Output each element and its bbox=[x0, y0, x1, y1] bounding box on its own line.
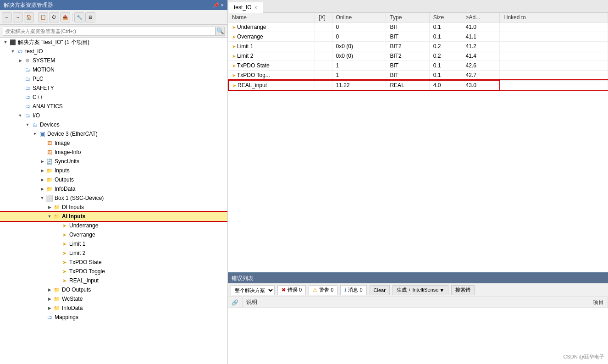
expander-solution[interactable]: ▼ bbox=[2, 39, 9, 46]
tree-label-syncunits: SyncUnits bbox=[55, 158, 79, 165]
tree-item-device3[interactable]: ▼ ▣ Device 3 (EtherCAT) bbox=[0, 129, 227, 138]
col-x[interactable]: [X] bbox=[315, 13, 332, 22]
tree-label-outputs: Outputs bbox=[55, 176, 74, 183]
search-button[interactable]: 🔍 bbox=[216, 27, 225, 36]
generate-dropdown-icon[interactable]: ▼ bbox=[439, 287, 444, 293]
tree-item-cpp[interactable]: 🗂 C++ bbox=[0, 93, 227, 102]
tree-item-txpdo-toggle[interactable]: ➤ TxPDO Toggle bbox=[0, 267, 227, 276]
expander-mappings bbox=[39, 314, 46, 321]
tree-item-outputs[interactable]: ▶ 📁 Outputs bbox=[0, 175, 227, 184]
main-tab[interactable]: test_IO × bbox=[228, 2, 263, 13]
export-button[interactable]: 📤 bbox=[60, 12, 70, 22]
expander-di-inputs[interactable]: ▶ bbox=[46, 204, 53, 211]
close-icon[interactable]: × bbox=[221, 2, 224, 8]
collapse-button[interactable]: ⊟ bbox=[85, 12, 95, 22]
tree-item-infodata[interactable]: ▶ 📁 InfoData bbox=[0, 184, 227, 193]
tree-item-overrange[interactable]: ➤ Overrange bbox=[0, 230, 227, 239]
error-col-project[interactable]: 项目 bbox=[589, 297, 608, 308]
forward-button[interactable]: → bbox=[13, 12, 23, 22]
expander-do-outputs[interactable]: ▶ bbox=[46, 286, 53, 293]
expander-ai-inputs[interactable]: ▼ bbox=[46, 213, 53, 220]
col-linked[interactable]: Linked to bbox=[500, 13, 608, 22]
cell-x bbox=[315, 71, 332, 81]
col-name[interactable]: Name bbox=[228, 13, 315, 22]
cell-addr: 41.4 bbox=[462, 51, 500, 61]
mappings-icon: 🗂 bbox=[46, 314, 53, 321]
table-row[interactable]: ➤Overrange 0 BIT 0.1 41.1 bbox=[228, 32, 608, 42]
home-button[interactable]: 🏠 bbox=[24, 12, 34, 22]
tree-item-imageinfo[interactable]: 🖼 Image-Info bbox=[0, 148, 227, 157]
tree-item-motion[interactable]: 🗂 MOTION bbox=[0, 65, 227, 74]
error-col-desc[interactable]: 说明 bbox=[243, 297, 589, 308]
expander-devices[interactable]: ▼ bbox=[24, 121, 31, 128]
search-input[interactable] bbox=[3, 27, 216, 36]
tree-item-real-input[interactable]: ➤ REAL_input bbox=[0, 276, 227, 285]
tree-item-image[interactable]: 🖼 Image bbox=[0, 138, 227, 148]
tree-item-limit1[interactable]: ➤ Limit 1 bbox=[0, 239, 227, 248]
tree-item-do-outputs[interactable]: ▶ 📁 DO Outputs bbox=[0, 285, 227, 294]
info-icon: ℹ bbox=[344, 287, 346, 293]
back-button[interactable]: ← bbox=[2, 12, 12, 22]
generate-label: 生成 + IntelliSense bbox=[397, 287, 438, 293]
expander-test-io[interactable]: ▼ bbox=[9, 48, 17, 55]
tree-item-underrange[interactable]: ➤ Underrange bbox=[0, 221, 227, 230]
tree-item-solution[interactable]: ▼ ⬛ 解决方案 "test_IO" (1 个项目) bbox=[0, 38, 227, 47]
expander-device3[interactable]: ▼ bbox=[31, 130, 39, 138]
table-row[interactable]: ➤Limit 2 0x0 (0) BIT2 0.2 41.4 bbox=[228, 51, 608, 61]
tab-close-button[interactable]: × bbox=[254, 5, 257, 10]
tree-item-limit2[interactable]: ➤ Limit 2 bbox=[0, 248, 227, 258]
settings-button[interactable]: 🔧 bbox=[74, 12, 84, 22]
tree-item-di-inputs[interactable]: ▶ 📁 DI Inputs bbox=[0, 203, 227, 212]
cell-type: BIT bbox=[386, 61, 429, 71]
expander-outputs[interactable]: ▶ bbox=[39, 176, 46, 183]
info-count-badge[interactable]: ℹ 消息 0 bbox=[340, 285, 366, 295]
expander-wcstate[interactable]: ▶ bbox=[46, 295, 53, 303]
col-type[interactable]: Type bbox=[386, 13, 429, 22]
expander-box1[interactable]: ▼ bbox=[39, 194, 46, 202]
tree-container[interactable]: ▼ ⬛ 解决方案 "test_IO" (1 个项目) ▼ 🗂 test_IO ▶… bbox=[0, 38, 227, 364]
tree-label-wcstate: WcState bbox=[62, 296, 83, 302]
table-row[interactable]: ➤TxPDO Tog... 1 BIT 0.1 42.7 bbox=[228, 71, 608, 81]
tree-item-ai-inputs[interactable]: ▼ 📁 AI Inputs bbox=[0, 212, 227, 221]
tree-item-test-io[interactable]: ▼ 🗂 test_IO bbox=[0, 47, 227, 56]
col-addr[interactable]: >Ad... bbox=[462, 13, 500, 22]
tree-label-limit1: Limit 1 bbox=[69, 241, 85, 247]
tree-item-system[interactable]: ▶ ⚙ SYSTEM bbox=[0, 56, 227, 65]
table-row[interactable]: ➤TxPDO State 1 BIT 0.1 42.6 bbox=[228, 61, 608, 71]
tree-item-wcstate[interactable]: ▶ 📁 WcState bbox=[0, 294, 227, 303]
error-count-badge[interactable]: ✖ 错误 0 bbox=[277, 285, 306, 295]
expander-infodata2[interactable]: ▶ bbox=[46, 304, 53, 312]
copy-button[interactable]: 📋 bbox=[38, 12, 48, 22]
tree-item-plc[interactable]: 🗂 PLC bbox=[0, 74, 227, 83]
table-row-highlighted[interactable]: ➤REAL_input 11.22 REAL 4.0 43.0 bbox=[228, 80, 608, 90]
tree-item-safety[interactable]: 🗂 SAFETY bbox=[0, 83, 227, 93]
clear-button[interactable]: Clear bbox=[370, 285, 390, 295]
tree-item-syncunits[interactable]: ▶ 🔄 SyncUnits bbox=[0, 157, 227, 166]
tree-item-analytics[interactable]: 🗂 ANALYTICS bbox=[0, 102, 227, 111]
warning-count-badge[interactable]: ⚠ 警告 0 bbox=[309, 285, 337, 295]
table-row[interactable]: ➤Limit 1 0x0 (0) BIT2 0.2 41.2 bbox=[228, 42, 608, 51]
generate-button[interactable]: 生成 + IntelliSense ▼ bbox=[392, 285, 448, 295]
do-outputs-icon: 📁 bbox=[53, 286, 61, 293]
expander-system[interactable]: ▶ bbox=[17, 57, 24, 64]
error-filter-select[interactable]: 整个解决方案 bbox=[231, 285, 275, 295]
expander-io[interactable]: ▼ bbox=[17, 112, 24, 119]
timer-button[interactable]: ⏱ bbox=[49, 12, 59, 22]
col-size[interactable]: Size bbox=[429, 13, 462, 22]
tree-item-inputs[interactable]: ▶ 📁 Inputs bbox=[0, 166, 227, 175]
tree-item-io[interactable]: ▼ 🗂 I/O bbox=[0, 111, 227, 120]
table-row[interactable]: ➤Underrange 0 BIT 0.1 41.0 bbox=[228, 22, 608, 32]
tree-label-device3: Device 3 (EtherCAT) bbox=[47, 131, 98, 137]
tree-item-box1[interactable]: ▼ ⬜ Box 1 (SSC-Device) bbox=[0, 193, 227, 203]
expander-infodata[interactable]: ▶ bbox=[39, 185, 46, 193]
expander-syncunits[interactable]: ▶ bbox=[39, 158, 46, 165]
tree-item-infodata2[interactable]: ▶ 📁 InfoData bbox=[0, 303, 227, 313]
tree-item-mappings[interactable]: 🗂 Mappings bbox=[0, 313, 227, 322]
col-online[interactable]: Online bbox=[332, 13, 386, 22]
pin-icon[interactable]: 📌 bbox=[213, 2, 219, 8]
expander-plc bbox=[17, 75, 24, 83]
tree-item-devices[interactable]: ▼ 🗂 Devices bbox=[0, 120, 227, 129]
search-errors-button[interactable]: 搜索错 bbox=[451, 285, 475, 295]
expander-inputs[interactable]: ▶ bbox=[39, 167, 46, 174]
tree-item-txpdo-state[interactable]: ➤ TxPDO State bbox=[0, 258, 227, 267]
